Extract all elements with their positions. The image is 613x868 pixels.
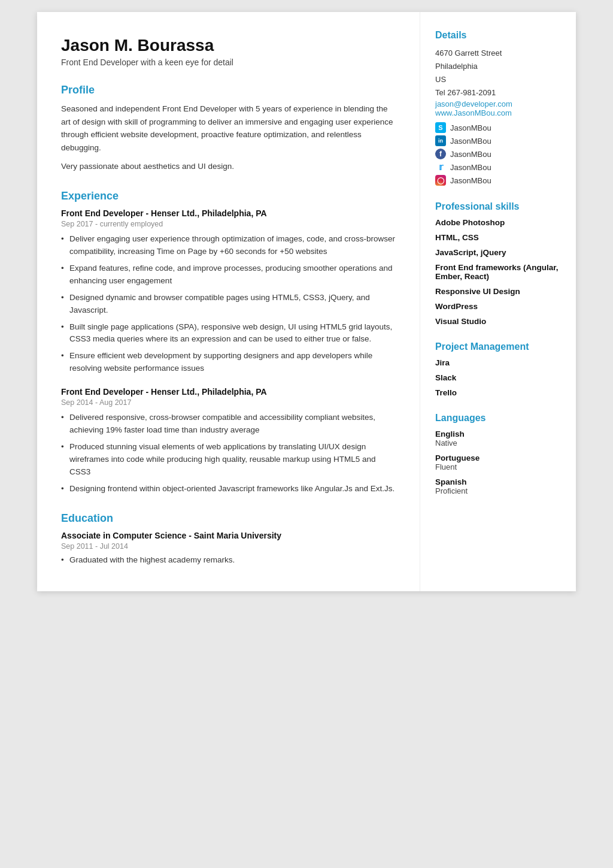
skill-7: Visual Studio <box>435 317 561 326</box>
job-1-bullet-5: Ensure efficient web development by supp… <box>61 350 396 375</box>
edu-1: Associate in Computer Science - Saint Ma… <box>61 531 396 564</box>
social-instagram: ◯ JasonMBou <box>435 175 561 186</box>
job-2-bullets: Delivered responsive, cross-browser comp… <box>61 412 396 495</box>
profile-para2: Very passionate about aesthetics and UI … <box>61 160 396 173</box>
skype-handle: JasonMBou <box>450 123 491 132</box>
pm-2: Slack <box>435 373 561 382</box>
skills-section: Professional skills Adobe Photoshop HTML… <box>435 201 561 326</box>
job-1-bullet-2: Expand features, refine code, and improv… <box>61 262 396 288</box>
job-2: Front End Developer - Henser Ltd., Phila… <box>61 387 396 495</box>
linkedin-handle: JasonMBou <box>450 137 491 146</box>
skill-3: JavaScript, jQuery <box>435 248 561 257</box>
experience-section: Experience Front End Developer - Henser … <box>61 190 396 495</box>
details-title: Details <box>435 30 561 41</box>
email-link[interactable]: jason@developer.com <box>435 99 561 108</box>
address-tel: Tel 267-981-2091 <box>435 88 496 97</box>
lang-1: English Native <box>435 430 561 447</box>
name-section: Jason M. Bourassa Front End Developer wi… <box>61 36 396 67</box>
edu-1-bullet-1: Graduated with the highest academy remar… <box>61 555 396 564</box>
facebook-icon: f <box>435 149 446 159</box>
job-1-bullets: Deliver engaging user experience through… <box>61 233 396 375</box>
website-link[interactable]: www.JasonMBou.com <box>435 108 561 117</box>
lang-1-name: English <box>435 430 561 438</box>
address-street: 4670 Garrett Street <box>435 49 502 58</box>
job-1-date: Sep 2017 - currently employed <box>61 220 396 228</box>
languages-section: Languages English Native Portuguese Flue… <box>435 413 561 495</box>
pm-1: Jira <box>435 358 561 367</box>
education-title: Education <box>61 512 396 525</box>
job-1-bullet-1: Deliver engaging user experience through… <box>61 233 396 258</box>
details-section: Details 4670 Garrett Street Philadelphia… <box>435 30 561 186</box>
lang-2-level: Fluent <box>435 462 561 471</box>
job-2-bullet-2: Produced stunning visual elements of web… <box>61 441 396 479</box>
social-twitter: 𝕣 JasonMBou <box>435 162 561 173</box>
project-management-section: Project Management Jira Slack Trello <box>435 341 561 397</box>
education-section: Education Associate in Computer Science … <box>61 512 396 564</box>
lang-2-name: Portuguese <box>435 453 561 462</box>
skill-1: Adobe Photoshop <box>435 218 561 227</box>
profile-para1: Seasoned and independent Front End Devel… <box>61 102 396 154</box>
job-1-bullet-3: Designed dynamic and browser compatible … <box>61 292 396 317</box>
address-city: Philadelphia <box>435 62 478 71</box>
facebook-handle: JasonMBou <box>450 150 491 159</box>
edu-1-title: Associate in Computer Science - Saint Ma… <box>61 531 396 540</box>
edu-1-date: Sep 2011 - Jul 2014 <box>61 542 396 551</box>
skype-icon: S <box>435 122 446 133</box>
twitter-handle: JasonMBou <box>450 163 491 172</box>
job-2-date: Sep 2014 - Aug 2017 <box>61 398 396 407</box>
job-subtitle: Front End Developer with a keen eye for … <box>61 58 396 67</box>
job-1-title: Front End Developer - Henser Ltd., Phila… <box>61 208 396 218</box>
skill-2: HTML, CSS <box>435 233 561 242</box>
pm-3: Trello <box>435 388 561 397</box>
twitter-icon: 𝕣 <box>435 162 446 173</box>
linkedin-icon: in <box>435 135 446 146</box>
social-facebook: f JasonMBou <box>435 149 561 159</box>
pm-title: Project Management <box>435 341 561 352</box>
lang-3-level: Proficient <box>435 486 561 495</box>
job-2-bullet-3: Designing frontend within object-oriente… <box>61 483 396 495</box>
profile-section: Profile Seasoned and independent Front E… <box>61 84 396 173</box>
instagram-icon: ◯ <box>435 175 446 186</box>
experience-title: Experience <box>61 190 396 202</box>
skills-title: Professional skills <box>435 201 561 212</box>
lang-3: Spanish Proficient <box>435 477 561 495</box>
skill-6: WordPress <box>435 302 561 311</box>
skill-5: Responsive UI Design <box>435 287 561 296</box>
languages-title: Languages <box>435 413 561 424</box>
address-country: US <box>435 75 446 84</box>
full-name: Jason M. Bourassa <box>61 36 396 55</box>
instagram-handle: JasonMBou <box>450 176 491 185</box>
lang-2: Portuguese Fluent <box>435 453 561 471</box>
job-2-bullet-1: Delivered responsive, cross-browser comp… <box>61 412 396 437</box>
job-2-title: Front End Developer - Henser Ltd., Phila… <box>61 387 396 397</box>
lang-1-level: Native <box>435 438 561 447</box>
profile-title: Profile <box>61 84 396 96</box>
job-1-bullet-4: Built single page applications (SPA), re… <box>61 321 396 346</box>
edu-1-bullets: Graduated with the highest academy remar… <box>61 555 396 564</box>
job-1: Front End Developer - Henser Ltd., Phila… <box>61 208 396 375</box>
skill-4: Front End frameworks (Angular, Ember, Re… <box>435 263 561 281</box>
lang-3-name: Spanish <box>435 477 561 486</box>
social-linkedin: in JasonMBou <box>435 135 561 146</box>
social-skype: S JasonMBou <box>435 122 561 133</box>
details-address: 4670 Garrett Street Philadelphia US Tel … <box>435 47 561 99</box>
